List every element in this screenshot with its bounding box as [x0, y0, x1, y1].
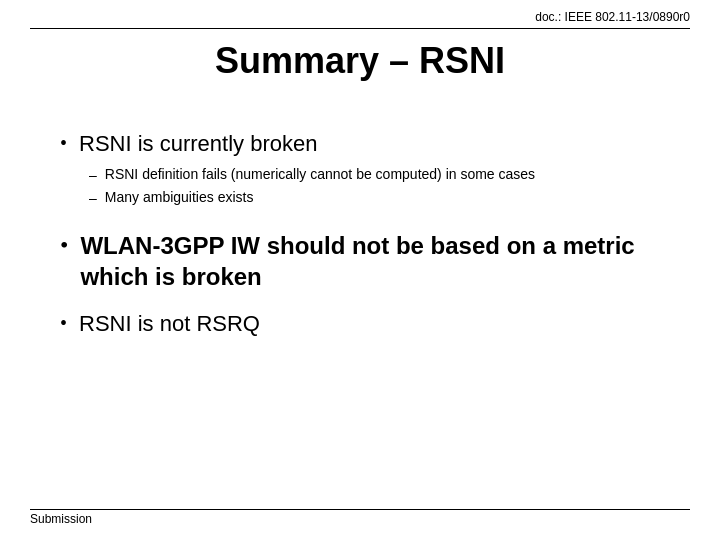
bullet-section-3: • RSNI is not RSRQ: [60, 310, 680, 339]
sub-bullet-text-1-2: Many ambiguities exists: [105, 188, 254, 208]
sub-dash-2: –: [89, 190, 97, 206]
content-area: • RSNI is currently broken – RSNI defini…: [60, 130, 680, 480]
bullet-text-3: RSNI is not RSRQ: [79, 310, 260, 339]
footer-text: Submission: [30, 512, 92, 526]
sub-bullet-1-2: – Many ambiguities exists: [89, 188, 535, 208]
sub-bullet-text-1-1: RSNI definition fails (numerically canno…: [105, 165, 535, 185]
sub-bullets-1: – RSNI definition fails (numerically can…: [89, 165, 535, 208]
bullet-item-1: • RSNI is currently broken – RSNI defini…: [60, 130, 680, 212]
slide-title: Summary – RSNI: [0, 40, 720, 82]
slide-container: doc.: IEEE 802.11-13/0890r0 Summary – RS…: [0, 0, 720, 540]
doc-reference: doc.: IEEE 802.11-13/0890r0: [535, 10, 690, 24]
bullet-item-3: • RSNI is not RSRQ: [60, 310, 680, 339]
bullet-dot-1: •: [60, 132, 67, 155]
bullet-dot-2: •: [60, 232, 68, 259]
header-line: [30, 28, 690, 29]
sub-bullet-1-1: – RSNI definition fails (numerically can…: [89, 165, 535, 185]
footer-line: [30, 509, 690, 510]
bullet-item-2: • WLAN-3GPP IW should not be based on a …: [60, 230, 680, 292]
sub-dash-1: –: [89, 167, 97, 183]
bullet-text-1: RSNI is currently broken: [79, 131, 317, 156]
bullet-section-1: • RSNI is currently broken – RSNI defini…: [60, 130, 680, 212]
bullet-section-2: • WLAN-3GPP IW should not be based on a …: [60, 230, 680, 292]
bullet-dot-3: •: [60, 312, 67, 335]
bullet-text-2: WLAN-3GPP IW should not be based on a me…: [80, 230, 680, 292]
